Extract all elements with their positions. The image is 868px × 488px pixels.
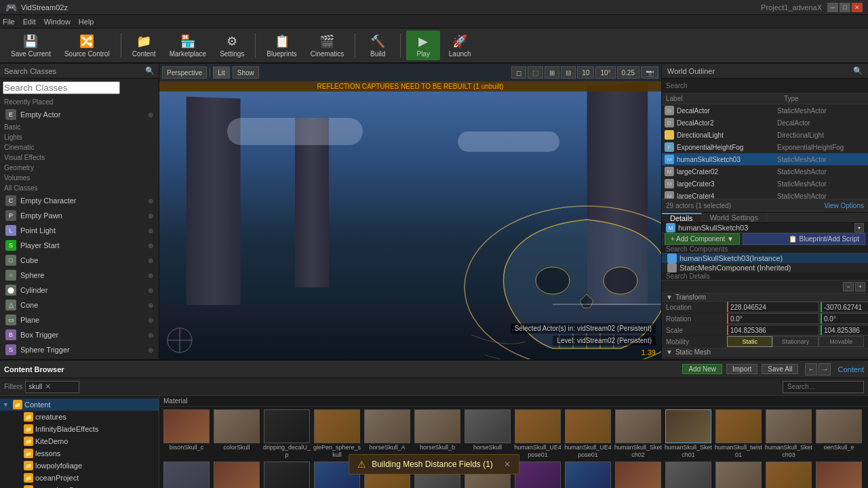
list-item[interactable]: humanSkull_twist01 [714, 409, 763, 460]
basic-section[interactable]: Basic [0, 122, 159, 132]
save-current-button[interactable]: 💾 Save Current [5, 30, 56, 60]
settings-button[interactable]: ⚙ Settings [214, 30, 250, 60]
menu-edit[interactable]: Edit [23, 18, 36, 26]
outliner-item[interactable]: D DecalActor2 DecalActor [662, 117, 868, 129]
show-button[interactable]: Show [233, 66, 259, 79]
viewport[interactable]: Perspective Lit Show ◻ ⬚ ⊞ ⊟ 10 10° 0.25… [159, 64, 661, 359]
tree-item[interactable]: 📁 procedureScenes [0, 484, 159, 488]
tree-item[interactable]: 📁 KiteDemo [0, 435, 159, 447]
list-item[interactable] [212, 462, 261, 488]
menu-help[interactable]: Help [79, 18, 94, 26]
rotation-y-input[interactable] [821, 313, 868, 324]
scale-y-input[interactable] [821, 325, 868, 336]
list-item[interactable] [564, 462, 612, 488]
details-expand-button[interactable]: + [855, 282, 865, 291]
rotation-x-input[interactable] [727, 313, 819, 324]
content-button[interactable]: 📁 Content [127, 30, 161, 60]
component-instance[interactable]: humanSkullSketch03(Instance) [662, 253, 868, 263]
tab-details[interactable]: Details [662, 213, 702, 222]
transform-section[interactable]: ▼ Transform [662, 293, 868, 302]
perspective-mode-button[interactable]: Perspective [162, 66, 207, 79]
empty-actor-item[interactable]: E Empty Actor ⊕ [0, 107, 159, 122]
asset-search-input[interactable] [783, 381, 864, 393]
mobility-static-button[interactable]: Static [727, 336, 772, 347]
vp-ctrl-camera[interactable]: 📷 [641, 66, 658, 79]
vp-ctrl-angle[interactable]: 10° [595, 66, 615, 79]
all-classes-section[interactable]: All Classes [0, 183, 159, 193]
list-item[interactable]: humanSkull_Sketch01 [664, 409, 713, 460]
details-collapse-button[interactable]: − [843, 282, 853, 291]
notification-close-button[interactable]: ✕ [504, 460, 511, 469]
view-options-button[interactable]: View Options [824, 202, 864, 209]
actor-name-input[interactable] [678, 224, 852, 232]
menu-file[interactable]: File [3, 18, 15, 26]
list-item[interactable]: dripping_decalU_p [262, 409, 311, 460]
tab-world-settings[interactable]: World Settings [702, 213, 767, 222]
list-item[interactable]: humanSkull_UE4pose01 [513, 409, 562, 460]
filter-tag[interactable]: skull ✕ [25, 381, 79, 393]
list-item[interactable] [814, 462, 863, 488]
recently-placed-section[interactable]: Recently Placed [0, 97, 159, 107]
list-item[interactable]: humanSkull_UE4pose01 [564, 409, 612, 460]
visual-effects-section[interactable]: Visual Effects [0, 152, 159, 163]
cylinder-item[interactable]: ⬤ Cylinder ⊕ [0, 283, 159, 298]
outliner-item-selected[interactable]: M humanSkullSketch03 StaticMeshActor [662, 153, 868, 165]
outliner-item[interactable]: M largeCrater02 StaticMeshActor [662, 165, 868, 178]
list-item[interactable]: horseSkull_A [363, 409, 412, 460]
marketplace-button[interactable]: 🏪 Marketplace [164, 30, 212, 60]
tree-item[interactable]: 📁 lowpolyfoliage [0, 460, 159, 472]
play-button[interactable]: ▶ Play [406, 30, 440, 60]
minimize-button[interactable]: ─ [827, 3, 838, 12]
tree-item[interactable]: 📁 oceanProject [0, 472, 159, 484]
list-item[interactable] [664, 462, 713, 488]
outliner-item[interactable]: F ExponentialHeightFog ExponentialHeight… [662, 141, 868, 153]
mobility-stationary-button[interactable]: Stationary [772, 336, 818, 347]
list-item[interactable] [614, 462, 663, 488]
tree-item[interactable]: 📁 lessons [0, 447, 159, 460]
list-item[interactable]: horseSkull [463, 409, 512, 460]
lights-section[interactable]: Lights [0, 132, 159, 142]
list-item[interactable]: horseSkull_b [413, 409, 462, 460]
source-control-button[interactable]: 🔀 Source Control [59, 30, 115, 60]
maximize-button[interactable]: □ [840, 3, 850, 12]
sphere-item[interactable]: ○ Sphere ⊕ [0, 268, 159, 283]
volumes-section[interactable]: Volumes [0, 173, 159, 183]
search-components-input[interactable] [662, 245, 868, 253]
location-x-input[interactable] [727, 302, 819, 312]
save-all-button[interactable]: Save All [762, 364, 798, 374]
vp-ctrl-3[interactable]: ⊞ [545, 66, 559, 79]
empty-character-item[interactable]: C Empty Character ⊕ [0, 193, 159, 208]
list-item[interactable] [764, 462, 813, 488]
blueprint-script-button[interactable]: 📋 Blueprint/Add Script [743, 233, 865, 245]
nav-back-button[interactable]: ← [805, 363, 817, 375]
empty-pawn-item[interactable]: P Empty Pawn ⊕ [0, 208, 159, 223]
vp-ctrl-4[interactable]: ⊟ [561, 66, 576, 79]
outliner-search-input[interactable] [662, 79, 868, 94]
static-mesh-section[interactable]: ▼ Static Mesh [662, 348, 868, 357]
tree-item[interactable]: 📁 InfinityBladeEffects [0, 423, 159, 435]
cinematic-section[interactable]: Cinematic [0, 142, 159, 152]
outliner-item[interactable]: L DirectionalLight DirectionalLight [662, 129, 868, 141]
list-item[interactable]: colorSkull [212, 409, 261, 460]
nav-forward-button[interactable]: → [818, 363, 831, 375]
menu-window[interactable]: Window [44, 18, 71, 26]
vp-ctrl-2[interactable]: ⬚ [528, 66, 543, 79]
cone-item[interactable]: △ Cone ⊕ [0, 298, 159, 312]
list-item[interactable] [513, 462, 562, 488]
tree-content-item[interactable]: ▼ 📁 Content [0, 399, 159, 411]
tree-item[interactable]: 📁 creatures [0, 411, 159, 423]
list-item[interactable]: ironSkull_b [162, 462, 211, 488]
vp-ctrl-scale[interactable]: 0.25 [617, 66, 639, 79]
mobility-movable-button[interactable]: Movable [818, 336, 864, 347]
list-item[interactable]: giePen_sphere_skull [313, 409, 361, 460]
player-start-item[interactable]: S Player Start ⊕ [0, 238, 159, 253]
plane-item[interactable]: ▭ Plane ⊕ [0, 312, 159, 327]
search-details-input[interactable] [662, 272, 868, 281]
list-item[interactable]: humanSkull_Sketch02 [614, 409, 663, 460]
filter-clear-icon[interactable]: ✕ [45, 382, 51, 391]
search-classes-input[interactable] [3, 81, 120, 94]
add-new-button[interactable]: Add New [682, 364, 722, 374]
list-item[interactable]: bisonSkull_c [162, 409, 211, 460]
outliner-item[interactable]: M largeCrater4 StaticMeshActor [662, 190, 868, 199]
list-item[interactable]: oenSkull_e [814, 409, 863, 460]
